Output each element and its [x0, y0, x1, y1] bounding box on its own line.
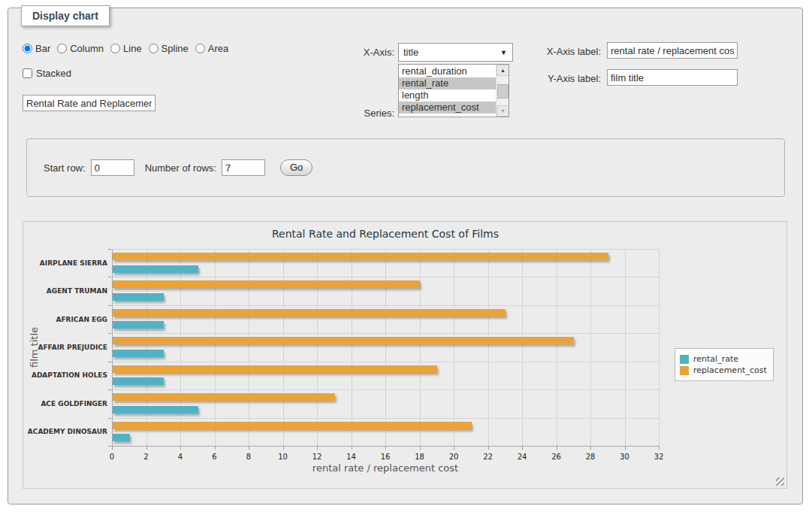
bar-rental_rate [113, 293, 164, 301]
legend-item-rental_rate[interactable]: rental_rate [680, 354, 767, 364]
x-axis-tick-label: 30 [610, 453, 640, 461]
x-axis-tick-label: 10 [268, 453, 298, 461]
row-range-controls: Start row: Number of rows: Go [26, 138, 785, 197]
gridline [488, 249, 489, 446]
y-axis-tick [108, 277, 111, 277]
chart-type-label: Column [70, 43, 104, 54]
legend-label: rental_rate [693, 354, 738, 364]
gridline [180, 249, 181, 446]
x-axis-tick [352, 447, 352, 450]
x-axis-tick-label: 20 [439, 453, 469, 461]
x-axis-tick-label: 12 [302, 453, 332, 461]
y-axis-tick [108, 446, 111, 447]
x-axis-selected-value: title [403, 47, 418, 58]
gridline [215, 249, 216, 446]
gridline [352, 249, 352, 446]
x-axis-select-label: X-Axis: [322, 47, 394, 58]
series-option-length[interactable]: length [399, 89, 496, 101]
x-axis-tick-label: 6 [200, 453, 230, 461]
gridline [557, 249, 557, 446]
series-option-replacement_cost[interactable]: replacement_cost [399, 101, 496, 114]
go-button[interactable]: Go [280, 159, 312, 176]
category-label: AFFAIR PREJUDICE [23, 344, 107, 351]
bar-rental_rate [113, 321, 164, 329]
series-list-label: Series: [322, 108, 394, 119]
x-axis-tick [215, 447, 216, 450]
gridline [112, 389, 659, 390]
category-label: ACE GOLDFINGER [23, 400, 107, 407]
x-axis-tick-label: 28 [575, 453, 605, 461]
scroll-down-icon[interactable]: ▼ [497, 105, 509, 117]
x-axis-tick-label: 24 [507, 453, 537, 461]
legend-swatch-icon [680, 366, 689, 375]
chart-type-radio-bar[interactable] [23, 44, 32, 53]
x-axis-tick [112, 447, 113, 450]
gridline [590, 249, 591, 446]
number-of-rows-label: Number of rows: [145, 162, 216, 174]
series-multiselect[interactable]: rental_durationrental_ratelengthreplacem… [398, 64, 509, 117]
x-axis-line [112, 446, 660, 447]
category-label: AIRPLANE SIERRA [23, 259, 107, 267]
bar-rental_rate [113, 406, 198, 414]
legend-item-replacement_cost[interactable]: replacement_cost [680, 365, 767, 375]
bar-rental_rate [113, 377, 164, 385]
x-axis-label-input[interactable] [607, 42, 738, 59]
x-axis-tick [522, 447, 523, 450]
x-axis-tick [249, 447, 249, 450]
scrollbar-thumb[interactable] [497, 84, 509, 98]
chart-type-option-bar: Bar [23, 43, 50, 54]
bar-rental_rate [113, 350, 164, 357]
chart-title: Rental Rate and Replacement Cost of Film… [112, 228, 659, 240]
x-axis-tick [146, 447, 147, 450]
legend-swatch-icon [680, 355, 689, 364]
bar-replacement_cost [113, 422, 472, 429]
stacked-checkbox[interactable] [23, 68, 32, 78]
stacked-checkbox-row: Stacked [23, 68, 71, 79]
x-axis-tick [625, 447, 626, 450]
number-of-rows-input[interactable] [222, 159, 265, 176]
chart-type-label: Spline [161, 43, 189, 54]
category-label: ACADEMY DINOSAUR [23, 428, 107, 435]
gridline [625, 249, 626, 446]
gridline [420, 249, 421, 446]
start-row-input[interactable] [91, 159, 134, 176]
stacked-label: Stacked [36, 68, 71, 79]
y-axis-tick [108, 418, 111, 419]
x-axis-tick [659, 447, 660, 450]
chart-type-label: Line [123, 43, 142, 54]
gridline [385, 249, 386, 446]
gridline [146, 249, 147, 446]
x-axis-tick-label: 0 [97, 453, 127, 461]
chart-title-input[interactable] [23, 95, 155, 111]
y-axis-label-label: Y-Axis label: [494, 73, 601, 84]
gridline [112, 305, 659, 306]
chart-type-radio-spline[interactable] [149, 44, 158, 53]
y-axis-tick [108, 333, 111, 334]
bar-rental_rate [113, 434, 130, 441]
chart-type-radio-line[interactable] [110, 44, 120, 53]
chart-legend: rental_ratereplacement_cost [675, 348, 774, 381]
bar-replacement_cost [113, 393, 335, 401]
display-chart-panel: Display chart BarColumnLineSplineArea St… [8, 8, 803, 504]
y-axis-label-input[interactable] [607, 69, 738, 86]
series-option-rental_rate[interactable]: rental_rate [399, 77, 496, 89]
chart-type-radio-column[interactable] [57, 44, 67, 53]
x-axis-tick-label: 22 [473, 453, 503, 461]
chart-type-radio-area[interactable] [195, 44, 205, 53]
chart-type-option-area: Area [195, 43, 228, 54]
series-option-rental_duration[interactable]: rental_duration [399, 65, 496, 77]
resize-grip-icon[interactable] [776, 477, 784, 486]
x-axis-tick [180, 447, 181, 450]
start-row-label: Start row: [44, 162, 86, 174]
gridline [317, 249, 318, 446]
legend-label: replacement_cost [693, 365, 767, 375]
x-axis-tick-label: 14 [337, 453, 367, 461]
gridline [112, 277, 659, 277]
category-label: ADAPTATION HOLES [23, 371, 107, 379]
category-label: AGENT TRUMAN [23, 287, 107, 295]
x-axis-tick [488, 447, 489, 450]
x-axis-tick-label: 2 [131, 453, 161, 461]
bar-replacement_cost [113, 280, 420, 288]
panel-title: Display chart [21, 5, 110, 26]
gridline [112, 362, 659, 362]
